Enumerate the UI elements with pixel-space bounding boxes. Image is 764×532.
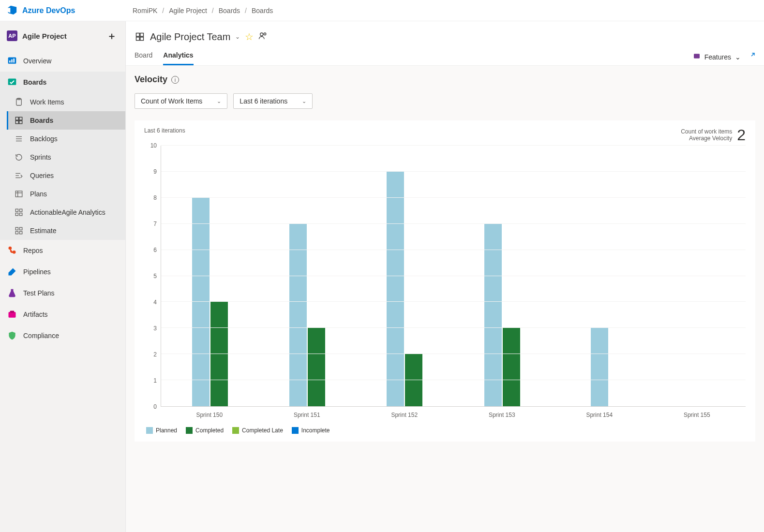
svg-rect-28 [9, 312, 16, 318]
kpi-label-1: Count of work items [681, 128, 732, 135]
sidebar-item-backlogs[interactable]: Backlogs [7, 130, 125, 148]
sidebar-item-label: Boards [23, 78, 46, 86]
metric-dropdown[interactable]: Count of Work Items ⌄ [135, 93, 227, 109]
sidebar-item-actionableagile[interactable]: ActionableAgile Analytics [7, 203, 125, 222]
svg-rect-17 [15, 191, 22, 197]
backlog-icon [14, 134, 24, 143]
repos-icon [7, 246, 17, 255]
svg-rect-24 [15, 227, 18, 230]
clipboard-icon [14, 98, 24, 106]
breadcrumb-segment[interactable]: Boards [219, 7, 240, 15]
y-tick: 1 [153, 377, 157, 384]
chart-plot-area [161, 146, 746, 407]
bar-completed[interactable] [503, 328, 520, 406]
artifacts-icon [7, 310, 17, 319]
card-subtitle: Last 6 iterations [144, 127, 185, 134]
svg-rect-32 [136, 37, 140, 41]
chart-y-axis: 012345678910 [144, 146, 161, 407]
kpi-value: 2 [737, 127, 746, 143]
shield-icon [7, 331, 17, 340]
breadcrumb-segment[interactable]: Agile Project [169, 7, 207, 15]
sidebar-item-label: Compliance [23, 332, 59, 340]
y-tick: 5 [153, 273, 157, 280]
team-selector[interactable]: Agile Project Team ⌄ ☆ [135, 31, 755, 43]
y-tick: 8 [153, 194, 157, 201]
info-icon[interactable]: i [171, 76, 179, 84]
svg-rect-36 [694, 54, 700, 58]
svg-rect-20 [15, 209, 18, 211]
grid-icon [14, 208, 24, 217]
bar-planned[interactable] [192, 198, 210, 406]
y-tick: 10 [150, 142, 157, 149]
x-tick: Sprint 153 [453, 407, 551, 418]
legend-item-completed-late: Completed Late [232, 427, 283, 434]
sidebar-item-estimate[interactable]: Estimate [7, 222, 125, 240]
sidebar-item-sprints[interactable]: Sprints [7, 148, 125, 166]
breadcrumb-separator: / [212, 7, 214, 15]
svg-rect-27 [20, 232, 22, 234]
brand-logo[interactable]: Azure DevOps [7, 4, 133, 17]
sidebar-item-plans[interactable]: Plans [7, 185, 125, 203]
y-tick: 3 [153, 325, 157, 332]
velocity-chart: 012345678910 [144, 146, 746, 407]
features-dropdown[interactable]: Features ⌄ [693, 52, 741, 61]
bar-planned[interactable] [591, 328, 608, 406]
svg-rect-30 [136, 33, 140, 37]
fullscreen-icon[interactable] [748, 52, 755, 61]
people-icon[interactable] [258, 31, 267, 43]
svg-point-34 [260, 33, 263, 36]
features-label: Features [704, 53, 731, 61]
legend-item-incomplete: Incomplete [292, 427, 330, 434]
bar-planned[interactable] [387, 172, 404, 406]
sidebar-item-boards[interactable]: Boards [0, 72, 125, 93]
kpi-label-2: Average Velocity [681, 135, 732, 142]
kanban-icon [14, 116, 24, 125]
breadcrumb-segment[interactable]: RomiPK [133, 7, 157, 15]
boards-icon [7, 77, 17, 87]
chevron-down-icon: ⌄ [302, 98, 306, 104]
range-value: Last 6 iterations [240, 97, 287, 105]
project-name: Agile Project [22, 32, 67, 40]
sidebar-item-queries[interactable]: Queries [7, 166, 125, 185]
sidebar-item-label: Work Items [30, 98, 64, 106]
bar-planned[interactable] [289, 224, 307, 406]
range-dropdown[interactable]: Last 6 iterations ⌄ [233, 93, 313, 109]
legend-item-planned: Planned [146, 427, 177, 434]
sprint-icon [14, 153, 24, 162]
bar-group [356, 146, 453, 406]
sidebar-item-label: Repos [23, 247, 43, 254]
sidebar-item-artifacts[interactable]: Artifacts [0, 304, 125, 325]
sidebar-item-label: Boards [30, 117, 53, 124]
bar-completed[interactable] [308, 328, 325, 406]
page-title: Velocity [135, 74, 167, 85]
tab-board[interactable]: Board [135, 51, 152, 65]
svg-rect-33 [140, 37, 144, 41]
star-icon[interactable]: ☆ [245, 31, 254, 43]
add-icon[interactable]: ＋ [105, 29, 119, 43]
tab-analytics[interactable]: Analytics [163, 51, 193, 65]
bar-completed[interactable] [210, 302, 228, 406]
breadcrumb-separator: / [245, 7, 247, 15]
bar-planned[interactable] [484, 224, 502, 406]
sidebar-item-repos[interactable]: Repos [0, 240, 125, 261]
svg-rect-23 [20, 213, 22, 216]
brand-text: Azure DevOps [22, 6, 75, 15]
chart-legend: Planned Completed Completed Late Incompl… [144, 427, 746, 434]
breadcrumb-segment[interactable]: Boards [252, 7, 273, 15]
breadcrumb: RomiPK / Agile Project / Boards / Boards [133, 7, 273, 15]
project-selector[interactable]: AP Agile Project ＋ [0, 21, 125, 50]
controls-row: Count of Work Items ⌄ Last 6 iterations … [135, 93, 755, 109]
svg-rect-8 [19, 117, 22, 120]
sidebar-item-boards-sub[interactable]: Boards [7, 111, 125, 130]
sidebar-item-workitems[interactable]: Work Items [7, 93, 125, 111]
plans-icon [14, 190, 24, 198]
x-tick: Sprint 151 [258, 407, 356, 418]
sidebar-item-compliance[interactable]: Compliance [0, 325, 125, 346]
svg-rect-4 [8, 79, 16, 85]
sidebar-item-pipelines[interactable]: Pipelines [0, 261, 125, 282]
boards-submenu: Work Items Boards Backlogs Sprints Queri… [0, 93, 125, 240]
sidebar-item-testplans[interactable]: Test Plans [0, 282, 125, 304]
svg-rect-1 [9, 60, 11, 62]
sidebar-item-overview[interactable]: Overview [0, 50, 125, 72]
svg-rect-25 [20, 227, 22, 230]
